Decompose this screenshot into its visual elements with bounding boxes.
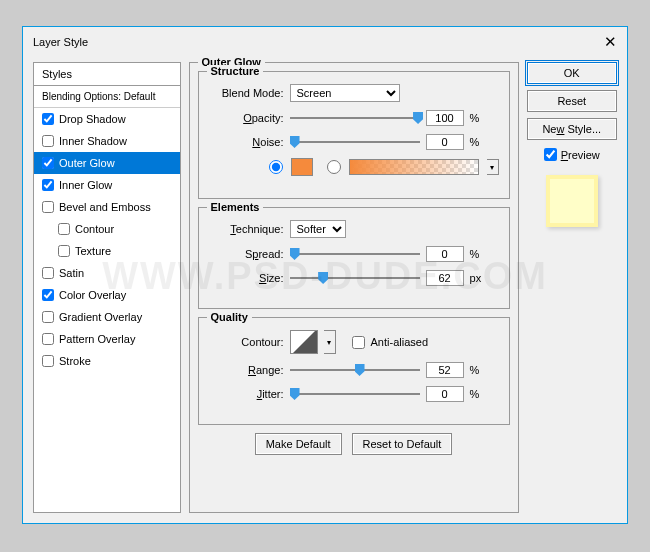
opacity-input[interactable]: 100 xyxy=(426,110,464,126)
structure-legend: Structure xyxy=(207,65,264,77)
elements-legend: Elements xyxy=(207,201,264,213)
style-item-gradient-overlay[interactable]: Gradient Overlay xyxy=(34,306,180,328)
reset-button[interactable]: Reset xyxy=(527,90,617,112)
new-style-button[interactable]: New Style... xyxy=(527,118,617,140)
style-item-color-overlay[interactable]: Color Overlay xyxy=(34,284,180,306)
jitter-input[interactable]: 0 xyxy=(426,386,464,402)
style-checkbox[interactable] xyxy=(42,333,54,345)
style-checkbox[interactable] xyxy=(42,113,54,125)
opacity-unit: % xyxy=(470,112,480,124)
noise-label: Noise: xyxy=(209,136,284,148)
style-item-label: Contour xyxy=(75,223,114,235)
style-checkbox[interactable] xyxy=(42,355,54,367)
size-slider[interactable] xyxy=(290,277,420,279)
range-label: Range: xyxy=(209,364,284,376)
size-unit: px xyxy=(470,272,482,284)
spread-unit: % xyxy=(470,248,480,260)
opacity-label: Opacity: xyxy=(209,112,284,124)
style-item-stroke[interactable]: Stroke xyxy=(34,350,180,372)
range-slider[interactable] xyxy=(290,369,420,371)
style-item-outer-glow[interactable]: Outer Glow xyxy=(34,152,180,174)
spread-input[interactable]: 0 xyxy=(426,246,464,262)
style-checkbox[interactable] xyxy=(42,201,54,213)
style-item-satin[interactable]: Satin xyxy=(34,262,180,284)
layer-style-dialog: Layer Style ✕ Styles Blending Options: D… xyxy=(22,26,628,524)
style-item-bevel-and-emboss[interactable]: Bevel and Emboss xyxy=(34,196,180,218)
range-input[interactable]: 52 xyxy=(426,362,464,378)
style-item-label: Inner Glow xyxy=(59,179,112,191)
right-panel: OK Reset New Style... Preview xyxy=(527,62,617,513)
noise-unit: % xyxy=(470,136,480,148)
jitter-slider[interactable] xyxy=(290,393,420,395)
styles-list: Styles Blending Options: Default Drop Sh… xyxy=(33,62,181,513)
size-label: Size: xyxy=(209,272,284,284)
range-unit: % xyxy=(470,364,480,376)
antialiased-label: Anti-aliased xyxy=(371,336,428,348)
close-icon[interactable]: ✕ xyxy=(604,33,617,51)
titlebar: Layer Style ✕ xyxy=(23,27,627,57)
jitter-unit: % xyxy=(470,388,480,400)
style-item-label: Stroke xyxy=(59,355,91,367)
settings-panel: Outer Glow Structure Blend Mode: Screen … xyxy=(189,62,519,513)
blend-mode-select[interactable]: Screen xyxy=(290,84,400,102)
spread-label: Spread: xyxy=(209,248,284,260)
quality-group: Quality Contour: ▾ Anti-aliased Range: 5… xyxy=(198,317,510,425)
size-input[interactable]: 62 xyxy=(426,270,464,286)
structure-group: Structure Blend Mode: Screen Opacity: 10… xyxy=(198,71,510,199)
preview-thumbnail xyxy=(546,175,598,227)
opacity-slider[interactable] xyxy=(290,117,420,119)
gradient-dropdown-icon[interactable]: ▾ xyxy=(487,159,499,175)
make-default-button[interactable]: Make Default xyxy=(255,433,342,455)
style-checkbox[interactable] xyxy=(42,289,54,301)
spread-slider[interactable] xyxy=(290,253,420,255)
style-item-label: Pattern Overlay xyxy=(59,333,135,345)
style-checkbox[interactable] xyxy=(42,311,54,323)
style-item-drop-shadow[interactable]: Drop Shadow xyxy=(34,108,180,130)
preview-label: Preview xyxy=(561,149,600,161)
ok-button[interactable]: OK xyxy=(527,62,617,84)
noise-slider[interactable] xyxy=(290,141,420,143)
style-checkbox[interactable] xyxy=(42,267,54,279)
elements-group: Elements Technique: Softer Spread: 0 % S… xyxy=(198,207,510,309)
style-item-label: Drop Shadow xyxy=(59,113,126,125)
antialiased-checkbox[interactable] xyxy=(352,336,365,349)
dialog-title: Layer Style xyxy=(33,36,88,48)
contour-label: Contour: xyxy=(209,336,284,348)
jitter-label: Jitter: xyxy=(209,388,284,400)
style-item-inner-shadow[interactable]: Inner Shadow xyxy=(34,130,180,152)
style-item-inner-glow[interactable]: Inner Glow xyxy=(34,174,180,196)
blending-options-row[interactable]: Blending Options: Default xyxy=(34,86,180,108)
quality-legend: Quality xyxy=(207,311,252,323)
color-radio[interactable] xyxy=(269,160,283,174)
style-item-contour[interactable]: Contour xyxy=(34,218,180,240)
style-checkbox[interactable] xyxy=(58,223,70,235)
style-item-label: Bevel and Emboss xyxy=(59,201,151,213)
reset-default-button[interactable]: Reset to Default xyxy=(352,433,453,455)
style-item-texture[interactable]: Texture xyxy=(34,240,180,262)
style-checkbox[interactable] xyxy=(42,135,54,147)
styles-header[interactable]: Styles xyxy=(34,63,180,86)
style-item-label: Gradient Overlay xyxy=(59,311,142,323)
style-checkbox[interactable] xyxy=(58,245,70,257)
style-checkbox[interactable] xyxy=(42,179,54,191)
style-item-label: Outer Glow xyxy=(59,157,115,169)
contour-picker[interactable] xyxy=(290,330,318,354)
style-checkbox[interactable] xyxy=(42,157,54,169)
style-item-label: Satin xyxy=(59,267,84,279)
style-item-label: Color Overlay xyxy=(59,289,126,301)
gradient-radio[interactable] xyxy=(327,160,341,174)
style-item-pattern-overlay[interactable]: Pattern Overlay xyxy=(34,328,180,350)
technique-select[interactable]: Softer xyxy=(290,220,346,238)
style-item-label: Texture xyxy=(75,245,111,257)
blend-mode-label: Blend Mode: xyxy=(209,87,284,99)
technique-label: Technique: xyxy=(209,223,284,235)
color-swatch[interactable] xyxy=(291,158,313,176)
gradient-swatch[interactable] xyxy=(349,159,479,175)
noise-input[interactable]: 0 xyxy=(426,134,464,150)
contour-dropdown-icon[interactable]: ▾ xyxy=(324,330,336,354)
style-item-label: Inner Shadow xyxy=(59,135,127,147)
preview-checkbox[interactable] xyxy=(544,148,557,161)
